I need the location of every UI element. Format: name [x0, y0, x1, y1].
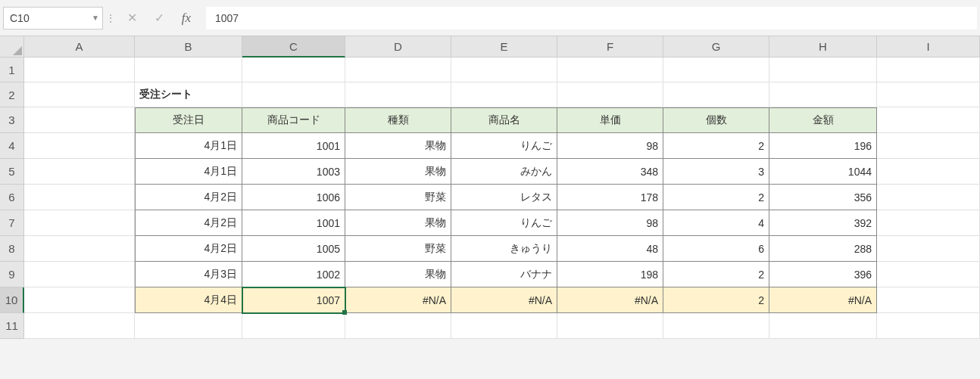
- data-c-5[interactable]: 1002: [242, 262, 345, 287]
- cell-B1[interactable]: [135, 57, 242, 82]
- cell-I11[interactable]: [877, 313, 980, 339]
- header-h[interactable]: 金額: [769, 107, 877, 133]
- cell-A7[interactable]: [24, 210, 135, 236]
- cell-F1[interactable]: [557, 57, 663, 82]
- data-g-4[interactable]: 6: [663, 236, 769, 262]
- data-d-0[interactable]: 果物: [345, 133, 451, 159]
- cell-E1[interactable]: [451, 57, 557, 82]
- data-c-3[interactable]: 1001: [242, 210, 345, 236]
- cancel-icon[interactable]: ✕: [118, 11, 145, 25]
- col-header-C[interactable]: C: [242, 36, 345, 57]
- cell-F11[interactable]: [557, 313, 663, 339]
- cell-F2[interactable]: [557, 82, 663, 107]
- cell-A3[interactable]: [24, 107, 135, 133]
- data-c-1[interactable]: 1003: [242, 159, 345, 185]
- data-f-4[interactable]: 48: [557, 236, 663, 262]
- row-header-8[interactable]: 8: [0, 236, 24, 262]
- select-all-corner[interactable]: [0, 36, 24, 57]
- row-header-4[interactable]: 4: [0, 133, 24, 159]
- data-d-1[interactable]: 果物: [345, 159, 451, 185]
- header-e[interactable]: 商品名: [451, 107, 557, 133]
- row-header-5[interactable]: 5: [0, 159, 24, 185]
- data-b-2[interactable]: 4月2日: [135, 185, 242, 210]
- data-h-2[interactable]: 356: [769, 185, 877, 210]
- cell-A2[interactable]: [24, 82, 135, 107]
- cell-H11[interactable]: [769, 313, 877, 339]
- data-d-5[interactable]: 果物: [345, 262, 451, 287]
- sheet-title[interactable]: 受注シート: [135, 82, 242, 107]
- data-b-0[interactable]: 4月1日: [135, 133, 242, 159]
- cell-E11[interactable]: [451, 313, 557, 339]
- col-header-A[interactable]: A: [24, 36, 135, 57]
- col-header-F[interactable]: F: [557, 36, 663, 57]
- header-b[interactable]: 受注日: [135, 107, 242, 133]
- row-header-10[interactable]: 10: [0, 287, 24, 313]
- cell-A5[interactable]: [24, 159, 135, 185]
- data-d-3[interactable]: 果物: [345, 210, 451, 236]
- cell-A4[interactable]: [24, 133, 135, 159]
- cell-A10[interactable]: [24, 287, 135, 313]
- cell-G2[interactable]: [663, 82, 769, 107]
- data-f-5[interactable]: 198: [557, 262, 663, 287]
- data-h-4[interactable]: 288: [769, 236, 877, 262]
- cell-I1[interactable]: [877, 57, 980, 82]
- row-header-9[interactable]: 9: [0, 262, 24, 287]
- data-g-0[interactable]: 2: [663, 133, 769, 159]
- cell-A11[interactable]: [24, 313, 135, 339]
- data-c-4[interactable]: 1005: [242, 236, 345, 262]
- cell-D1[interactable]: [345, 57, 451, 82]
- cell-I4[interactable]: [877, 133, 980, 159]
- cell-B11[interactable]: [135, 313, 242, 339]
- data-h-1[interactable]: 1044: [769, 159, 877, 185]
- col-header-E[interactable]: E: [451, 36, 557, 57]
- cell-I6[interactable]: [877, 185, 980, 210]
- data-g-6[interactable]: 2: [663, 287, 769, 313]
- cell-C11[interactable]: [242, 313, 345, 339]
- cell-H1[interactable]: [769, 57, 877, 82]
- data-b-4[interactable]: 4月2日: [135, 236, 242, 262]
- col-header-H[interactable]: H: [769, 36, 877, 57]
- row-header-2[interactable]: 2: [0, 82, 24, 107]
- data-f-6[interactable]: #N/A: [557, 287, 663, 313]
- cell-I2[interactable]: [877, 82, 980, 107]
- data-e-0[interactable]: りんご: [451, 133, 557, 159]
- data-b-5[interactable]: 4月3日: [135, 262, 242, 287]
- row-header-6[interactable]: 6: [0, 185, 24, 210]
- cell-G1[interactable]: [663, 57, 769, 82]
- data-e-6[interactable]: #N/A: [451, 287, 557, 313]
- data-e-1[interactable]: みかん: [451, 159, 557, 185]
- data-d-4[interactable]: 野菜: [345, 236, 451, 262]
- data-f-0[interactable]: 98: [557, 133, 663, 159]
- data-h-5[interactable]: 396: [769, 262, 877, 287]
- cell-A1[interactable]: [24, 57, 135, 82]
- col-header-I[interactable]: I: [877, 36, 980, 57]
- data-h-0[interactable]: 196: [769, 133, 877, 159]
- data-f-2[interactable]: 178: [557, 185, 663, 210]
- cell-I10[interactable]: [877, 287, 980, 313]
- data-b-3[interactable]: 4月2日: [135, 210, 242, 236]
- dropdown-icon[interactable]: ▼: [92, 14, 99, 22]
- header-g[interactable]: 個数: [663, 107, 769, 133]
- formula-input[interactable]: 1007: [206, 7, 977, 30]
- cell-I5[interactable]: [877, 159, 980, 185]
- col-header-D[interactable]: D: [345, 36, 451, 57]
- data-c-2[interactable]: 1006: [242, 185, 345, 210]
- cell-I7[interactable]: [877, 210, 980, 236]
- enter-icon[interactable]: ✓: [145, 11, 173, 25]
- cell-A9[interactable]: [24, 262, 135, 287]
- cell-D11[interactable]: [345, 313, 451, 339]
- row-header-3[interactable]: 3: [0, 107, 24, 133]
- row-header-11[interactable]: 11: [0, 313, 24, 339]
- data-d-6[interactable]: #N/A: [345, 287, 451, 313]
- cell-G11[interactable]: [663, 313, 769, 339]
- data-b-1[interactable]: 4月1日: [135, 159, 242, 185]
- name-box[interactable]: C10 ▼: [3, 7, 103, 30]
- cell-C1[interactable]: [242, 57, 345, 82]
- cell-I3[interactable]: [877, 107, 980, 133]
- data-h-3[interactable]: 392: [769, 210, 877, 236]
- data-g-1[interactable]: 3: [663, 159, 769, 185]
- row-header-7[interactable]: 7: [0, 210, 24, 236]
- data-b-6[interactable]: 4月4日: [135, 287, 242, 313]
- cell-I9[interactable]: [877, 262, 980, 287]
- cell-I8[interactable]: [877, 236, 980, 262]
